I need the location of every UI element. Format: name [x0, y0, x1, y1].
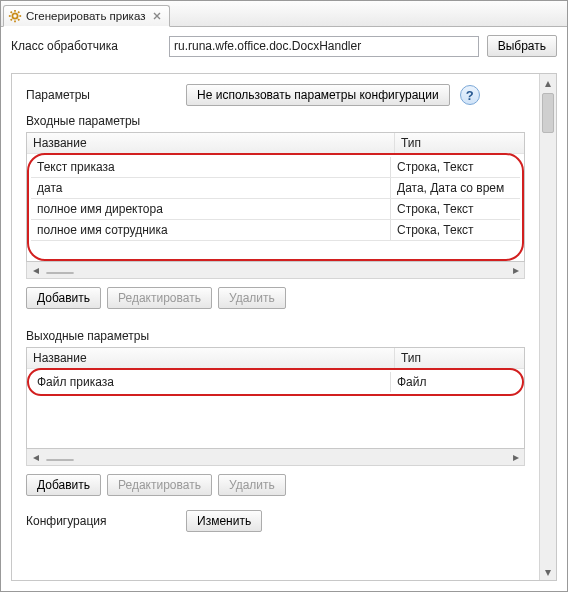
- tab-bar: Сгенерировать приказ: [1, 1, 567, 27]
- cell-name: полное имя директора: [31, 199, 390, 219]
- configuration-label: Конфигурация: [26, 514, 176, 528]
- svg-line-5: [11, 12, 12, 13]
- cell-type: Строка, Текст: [390, 220, 520, 240]
- main-scroll-pane: Параметры Не использовать параметры конф…: [11, 73, 557, 581]
- handler-class-label: Класс обработчика: [11, 39, 161, 53]
- edit-button: Редактировать: [107, 474, 212, 496]
- add-button[interactable]: Добавить: [26, 474, 101, 496]
- col-type[interactable]: Тип: [394, 133, 524, 153]
- choose-button[interactable]: Выбрать: [487, 35, 557, 57]
- input-params-title: Входные параметры: [26, 114, 525, 128]
- change-button[interactable]: Изменить: [186, 510, 262, 532]
- highlighted-rows: Файл приказа Файл: [27, 368, 524, 396]
- col-name[interactable]: Название: [27, 348, 394, 368]
- svg-line-6: [18, 19, 19, 20]
- chevron-left-icon[interactable]: ◂: [27, 263, 44, 277]
- highlighted-rows: Текст приказа Строка, Текст дата Дата, Д…: [27, 153, 524, 261]
- table-header: Название Тип: [27, 348, 524, 369]
- delete-button: Удалить: [218, 474, 286, 496]
- delete-button: Удалить: [218, 287, 286, 309]
- table-row[interactable]: Текст приказа Строка, Текст: [31, 157, 520, 178]
- cell-type: Файл: [390, 372, 520, 392]
- table-row[interactable]: полное имя директора Строка, Текст: [31, 199, 520, 220]
- close-icon[interactable]: [151, 10, 163, 22]
- cell-type: Строка, Текст: [390, 157, 520, 177]
- handler-class-input[interactable]: [169, 36, 479, 57]
- cell-name: дата: [31, 178, 390, 198]
- svg-line-8: [18, 12, 19, 13]
- col-type[interactable]: Тип: [394, 348, 524, 368]
- hscrollbar[interactable]: ◂ ▸: [26, 449, 525, 466]
- vscrollbar[interactable]: ▴ ▾: [539, 74, 556, 580]
- tab-title: Сгенерировать приказ: [26, 10, 145, 22]
- svg-line-7: [11, 19, 12, 20]
- table-row[interactable]: дата Дата, Дата со врем: [31, 178, 520, 199]
- output-params-title: Выходные параметры: [26, 329, 525, 343]
- table-row[interactable]: полное имя сотрудника Строка, Текст: [31, 220, 520, 241]
- cell-type: Строка, Текст: [390, 199, 520, 219]
- col-name[interactable]: Название: [27, 133, 394, 153]
- edit-button: Редактировать: [107, 287, 212, 309]
- chevron-down-icon[interactable]: ▾: [540, 563, 556, 580]
- output-params-table: Название Тип Файл приказа Файл: [26, 347, 525, 449]
- hscrollbar[interactable]: ◂ ▸: [26, 262, 525, 279]
- gear-icon: [8, 9, 22, 23]
- table-row[interactable]: Файл приказа Файл: [31, 372, 520, 392]
- parameters-label: Параметры: [26, 88, 176, 102]
- tab-generate-order[interactable]: Сгенерировать приказ: [3, 5, 170, 27]
- svg-point-0: [12, 13, 17, 18]
- client-area: Класс обработчика Выбрать: [1, 27, 567, 71]
- cell-name: Файл приказа: [31, 372, 390, 392]
- input-params-table: Название Тип Текст приказа Строка, Текст…: [26, 132, 525, 262]
- no-config-params-button[interactable]: Не использовать параметры конфигурации: [186, 84, 450, 106]
- chevron-left-icon[interactable]: ◂: [27, 450, 44, 464]
- help-icon[interactable]: ?: [460, 85, 480, 105]
- chevron-right-icon[interactable]: ▸: [507, 450, 524, 464]
- table-header: Название Тип: [27, 133, 524, 154]
- chevron-right-icon[interactable]: ▸: [507, 263, 524, 277]
- add-button[interactable]: Добавить: [26, 287, 101, 309]
- chevron-up-icon[interactable]: ▴: [540, 74, 556, 91]
- cell-name: Текст приказа: [31, 157, 390, 177]
- cell-type: Дата, Дата со врем: [390, 178, 520, 198]
- cell-name: полное имя сотрудника: [31, 220, 390, 240]
